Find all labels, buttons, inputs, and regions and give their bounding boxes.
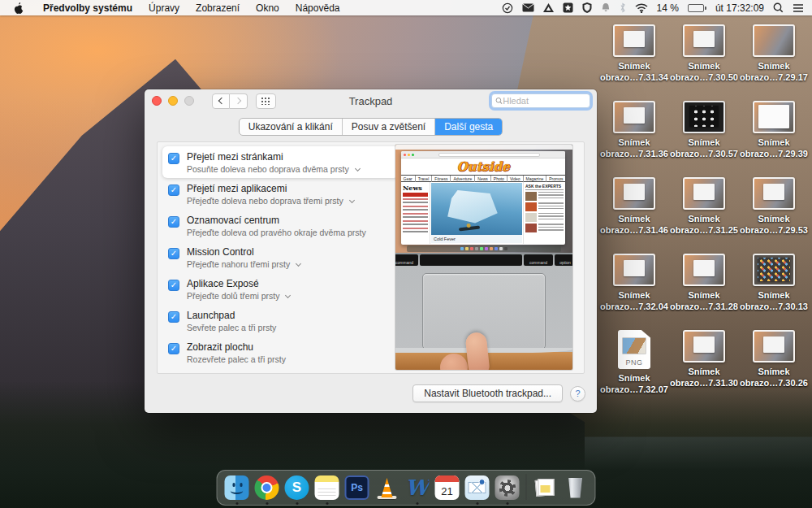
gear-icon xyxy=(499,480,516,497)
menu-upravy[interactable]: Úpravy xyxy=(140,2,188,14)
gesture-list: Přejetí mezi stránkami Posuňte doleva ne… xyxy=(158,142,395,373)
screenshot-thumbnail xyxy=(753,177,795,210)
screenshot-thumbnail xyxy=(753,330,795,363)
tab-ukazovani-a-klikani[interactable]: Ukazování a klikání xyxy=(240,119,343,135)
setup-bluetooth-trackpad-button[interactable]: Nastavit Bluetooth trackpad... xyxy=(412,384,563,402)
desktop-icon-grid: Snímekobrazo…7.31.34 Snímekobrazo…7.30.5… xyxy=(599,24,809,406)
screenshot-thumbnail xyxy=(753,24,795,57)
dock-word[interactable]: W xyxy=(405,475,430,500)
mail-status-icon[interactable] xyxy=(522,3,534,12)
bluetooth-status-icon[interactable] xyxy=(620,2,626,13)
chevron-down-icon[interactable] xyxy=(285,292,291,297)
todo-status-icon[interactable] xyxy=(502,2,513,14)
website-hero-photo: Cold Fever xyxy=(431,183,522,243)
dock-calendar[interactable]: 21 xyxy=(435,475,460,500)
screenshot-thumbnail xyxy=(613,24,655,57)
gesture-row-oznamovaci-centrum[interactable]: Oznamovací centrum Přejeďte doleva od pr… xyxy=(162,210,395,241)
bookmark-status-icon[interactable] xyxy=(563,2,573,13)
png-file-icon: PNG xyxy=(618,330,650,369)
dock-photoshop[interactable]: Ps xyxy=(345,475,369,500)
desktop-icon[interactable]: Snímekobrazo…7.32.04 xyxy=(599,254,669,330)
desktop-icon[interactable]: PNGSnímekobrazo…7.32.07 xyxy=(599,330,669,406)
dock-chrome[interactable] xyxy=(255,475,279,500)
checkbox[interactable] xyxy=(168,343,179,354)
dock-skype[interactable]: S xyxy=(285,475,309,500)
menu-napoveda[interactable]: Nápověda xyxy=(287,2,348,14)
chevron-left-icon xyxy=(218,98,225,104)
desktop-icon[interactable]: Snímekobrazo…7.30.57 xyxy=(669,101,739,177)
desktop-icon[interactable]: Snímekobrazo…7.29.17 xyxy=(739,24,809,101)
checkbox[interactable] xyxy=(168,185,179,196)
minimize-button[interactable] xyxy=(168,96,178,106)
chevron-down-icon[interactable] xyxy=(349,197,355,202)
apple-menu[interactable] xyxy=(13,2,24,14)
dock-notes[interactable] xyxy=(315,475,339,500)
option-key: option xyxy=(555,254,572,266)
tab-posuv-a-zvetseni[interactable]: Posuv a zvětšení xyxy=(343,119,435,135)
bell-status-icon[interactable] xyxy=(601,2,611,13)
checkbox[interactable] xyxy=(168,280,179,291)
forward-button[interactable] xyxy=(230,93,248,109)
desktop-icon[interactable]: Snímekobrazo…7.30.13 xyxy=(739,254,809,330)
chevron-down-icon[interactable] xyxy=(296,260,301,266)
dock-separator xyxy=(526,474,527,500)
desktop-icon[interactable]: Snímekobrazo…7.31.25 xyxy=(669,177,739,254)
gesture-row-prejeti-mezi-strankami[interactable]: Přejetí mezi stránkami Posuňte doleva ne… xyxy=(162,146,399,178)
dock-documents-stack[interactable] xyxy=(533,475,558,500)
dock-mail[interactable] xyxy=(465,475,490,500)
gesture-row-zobrazit-plochu[interactable]: Zobrazit plochu Rozevřete palec a tři pr… xyxy=(162,336,395,368)
trackpad-preferences-window: Trackpad Ukazování a klikání Posuv a zvě… xyxy=(145,89,597,413)
fullscreen-button[interactable] xyxy=(184,96,194,106)
gesture-row-prejeti-mezi-aplikacemi[interactable]: Přejetí mezi aplikacemi Přejeďte doleva … xyxy=(162,178,395,210)
checkbox[interactable] xyxy=(168,216,179,228)
shield-status-icon[interactable] xyxy=(582,2,592,13)
checkbox[interactable] xyxy=(168,311,179,323)
desktop-icon[interactable]: Snímekobrazo…7.31.46 xyxy=(599,177,669,254)
wifi-status-icon[interactable] xyxy=(635,3,648,13)
dock-system-preferences[interactable] xyxy=(495,475,520,500)
tab-dalsi-gesta[interactable]: Další gesta xyxy=(435,119,502,135)
desktop-icon[interactable]: Snímekobrazo…7.31.34 xyxy=(599,24,669,101)
checkbox[interactable] xyxy=(168,248,179,259)
battery-percent: 14 % xyxy=(657,2,679,14)
dock-finder[interactable] xyxy=(225,475,249,500)
screenshot-thumbnail xyxy=(683,254,725,286)
demo-dock xyxy=(407,245,561,252)
notification-center-icon[interactable] xyxy=(793,3,804,13)
menu-app-name[interactable]: Předvolby systému xyxy=(35,2,140,14)
close-button[interactable] xyxy=(152,96,162,106)
show-all-button[interactable] xyxy=(256,93,276,109)
window-bottom-bar: Nastavit Bluetooth trackpad... ? xyxy=(145,374,597,413)
dock-vlc[interactable] xyxy=(375,475,400,500)
gesture-row-aplikace-expose[interactable]: Aplikace Exposé Přejeďte dolů třemi prst… xyxy=(162,273,395,305)
search-field[interactable] xyxy=(491,93,590,108)
menu-okno[interactable]: Okno xyxy=(248,2,287,14)
desktop-icon[interactable]: Snímekobrazo…7.30.26 xyxy=(739,330,809,406)
search-input[interactable] xyxy=(503,96,586,106)
desktop-icon[interactable]: Snímekobrazo…7.31.30 xyxy=(669,330,739,406)
desktop-icon[interactable]: Snímekobrazo…7.30.50 xyxy=(669,24,739,101)
battery-icon[interactable] xyxy=(688,4,706,12)
desktop-icon[interactable]: Snímekobrazo…7.29.39 xyxy=(739,101,809,177)
dock: S Ps W 21 xyxy=(217,470,596,506)
desktop-icon[interactable]: Snímekobrazo…7.31.28 xyxy=(669,254,739,330)
window-titlebar[interactable]: Trackpad xyxy=(145,89,597,112)
menu-zobrazeni[interactable]: Zobrazení xyxy=(188,2,248,14)
search-icon xyxy=(495,97,503,105)
screenshot-thumbnail xyxy=(683,330,725,363)
menu-clock[interactable]: út 17:32:09 xyxy=(715,2,764,14)
command-key: command xyxy=(395,254,418,266)
dock-trash[interactable] xyxy=(564,475,588,500)
back-button[interactable] xyxy=(212,93,230,109)
checkbox[interactable] xyxy=(168,153,179,164)
gesture-row-launchpad[interactable]: Launchpad Sevřete palec a tři prsty xyxy=(162,305,395,336)
drive-status-icon[interactable] xyxy=(543,3,554,13)
spotlight-icon[interactable] xyxy=(773,2,784,13)
chevron-down-icon[interactable] xyxy=(355,165,361,171)
help-button[interactable]: ? xyxy=(570,386,585,402)
desktop-icon[interactable]: Snímekobrazo…7.31.36 xyxy=(599,101,669,177)
gesture-demo-video[interactable]: Outside GearTravelFitness AdventureNewsP… xyxy=(395,145,572,370)
demo-browser-window: Outside GearTravelFitness AdventureNewsP… xyxy=(401,151,565,245)
gesture-row-mission-control[interactable]: Mission Control Přejeďte nahoru třemi pr… xyxy=(162,241,395,273)
desktop-icon[interactable]: Snímekobrazo…7.29.53 xyxy=(739,177,809,254)
